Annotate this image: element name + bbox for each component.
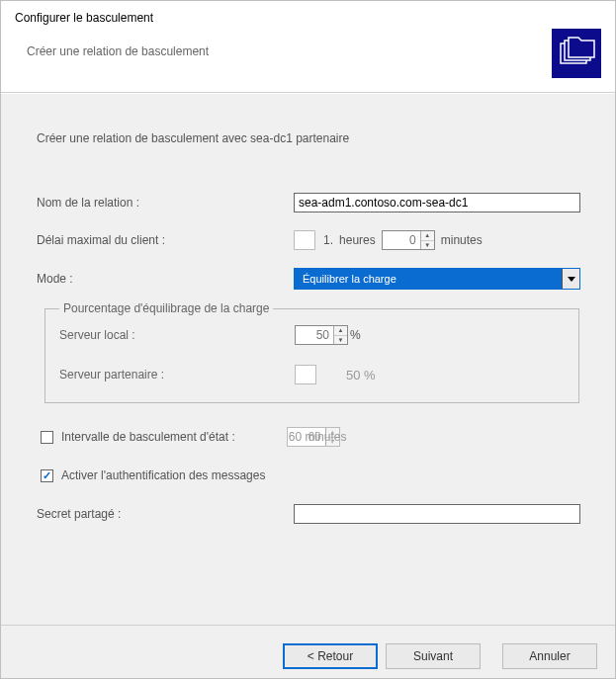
state-switch-label: Intervalle de basculement d'état : <box>61 430 235 444</box>
mode-label: Mode : <box>37 272 294 286</box>
load-balance-legend: Pourcentage d'équilibrage de la charge <box>59 301 273 315</box>
minutes-down-icon[interactable]: ▼ <box>421 241 434 250</box>
wizard-body: Créer une relation de basculement avec s… <box>1 93 615 625</box>
minutes-unit-label: minutes <box>441 233 483 247</box>
shared-secret-label: Secret partagé : <box>37 507 294 521</box>
minutes-spinner[interactable]: ▲ ▼ <box>382 230 435 250</box>
local-server-label: Serveur local : <box>59 328 295 342</box>
minutes-input[interactable] <box>383 231 420 249</box>
shared-secret-input[interactable] <box>294 504 580 524</box>
hours-box-prefix <box>294 230 315 250</box>
state-switch-checkbox[interactable] <box>41 431 53 444</box>
state-down-icon: ▼ <box>326 438 339 447</box>
mode-dropdown[interactable]: Équilibrer la charge <box>294 268 580 290</box>
mode-selected-value: Équilibrer la charge <box>303 273 396 285</box>
state-switch-input <box>288 428 325 446</box>
state-switch-spinner: ▲ ▼ <box>287 427 340 447</box>
percent-suffix: % <box>350 328 361 342</box>
partner-server-label: Serveur partenaire : <box>59 368 295 382</box>
state-up-icon: ▲ <box>326 428 339 438</box>
hours-unit-label: heures <box>339 233 376 247</box>
max-client-lead-label: Délai maximal du client : <box>37 233 294 247</box>
local-up-icon[interactable]: ▲ <box>334 326 347 336</box>
wizard-footer: < Retour Suivant Annuler <box>1 625 615 679</box>
partner-box-prefix <box>295 365 316 384</box>
local-server-input[interactable] <box>296 326 333 344</box>
relation-name-input[interactable] <box>294 193 580 212</box>
hours-value-label: 1. <box>323 233 333 247</box>
local-down-icon[interactable]: ▼ <box>334 336 347 345</box>
next-button[interactable]: Suivant <box>386 643 481 669</box>
wizard-icon <box>552 29 601 78</box>
local-server-spinner[interactable]: ▲ ▼ <box>295 325 348 345</box>
partner-server-value: 50 % <box>346 368 376 382</box>
wizard-header: Configurer le basculement Créer une rela… <box>1 1 615 93</box>
back-button[interactable]: < Retour <box>283 643 378 669</box>
minutes-up-icon[interactable]: ▲ <box>421 231 434 241</box>
auth-label: Activer l'authentification des messages <box>61 468 265 482</box>
auth-checkbox[interactable] <box>41 469 53 482</box>
cancel-button[interactable]: Annuler <box>502 643 597 669</box>
relation-name-label: Nom de la relation : <box>37 196 294 210</box>
wizard-subtitle: Créer une relation de basculement <box>27 44 209 58</box>
load-balance-group: Pourcentage d'équilibrage de la charge S… <box>44 301 579 403</box>
intro-text: Créer une relation de basculement avec s… <box>37 131 589 145</box>
dropdown-arrow-icon[interactable] <box>562 269 579 289</box>
window-title: Configurer le basculement <box>15 11 209 25</box>
